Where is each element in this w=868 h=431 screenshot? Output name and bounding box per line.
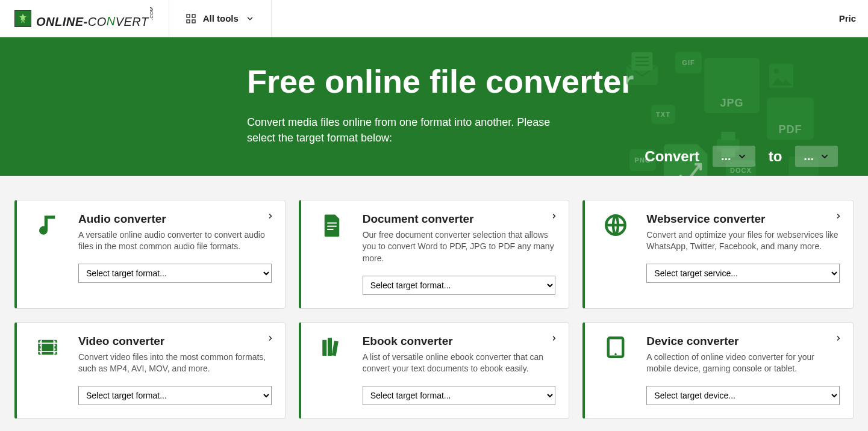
svg-rect-1 xyxy=(187,14,190,17)
chevron-down-icon xyxy=(820,152,829,161)
svg-rect-20 xyxy=(54,352,56,353)
svg-rect-13 xyxy=(40,341,42,343)
svg-rect-16 xyxy=(40,352,42,353)
card-document[interactable]: Document converter Our free document con… xyxy=(299,200,570,309)
card-desc: Convert and optimize your files for webs… xyxy=(646,229,840,253)
card-desc: A versatile online audio converter to co… xyxy=(78,229,272,253)
chevron-right-icon xyxy=(551,211,558,222)
svg-rect-4 xyxy=(192,20,195,23)
card-title: Device converter xyxy=(646,335,840,348)
card-select[interactable]: Select target device... xyxy=(646,386,840,405)
chevron-down-icon xyxy=(246,14,254,23)
hero-subtitle: Convert media files online from one form… xyxy=(247,115,572,145)
svg-rect-23 xyxy=(331,341,338,356)
svg-rect-19 xyxy=(54,348,56,350)
card-desc: A list of versatile online ebook convert… xyxy=(363,352,556,375)
svg-rect-17 xyxy=(54,341,56,343)
logo-mark-icon xyxy=(14,10,31,27)
card-title: Audio converter xyxy=(78,212,272,226)
card-select[interactable]: Select target format... xyxy=(363,386,556,405)
chevron-right-icon xyxy=(267,333,274,344)
top-bar: ONLINE-CONVERT.COM All tools Pric xyxy=(0,0,868,37)
svg-rect-14 xyxy=(40,344,42,346)
card-select[interactable]: Select target format... xyxy=(78,264,272,283)
card-desc: A collection of online video converter f… xyxy=(646,352,840,375)
logo[interactable]: ONLINE-CONVERT.COM xyxy=(0,0,169,37)
convert-label: Convert xyxy=(645,148,699,165)
tablet-icon xyxy=(598,335,633,405)
chevron-right-icon xyxy=(267,211,274,222)
svg-rect-2 xyxy=(192,14,195,17)
svg-rect-22 xyxy=(328,338,332,356)
convert-to-select[interactable]: ... xyxy=(795,146,838,167)
all-tools-label: All tools xyxy=(203,13,239,23)
logo-text: ONLINE-CONVERT.COM xyxy=(36,8,154,29)
card-desc: Our free document converter selection th… xyxy=(363,229,556,265)
card-audio[interactable]: Audio converter A versatile online audio… xyxy=(14,200,286,309)
film-icon xyxy=(30,335,65,405)
svg-rect-3 xyxy=(187,20,190,23)
chevron-right-icon xyxy=(551,333,558,344)
card-grid: Audio converter A versatile online audio… xyxy=(0,176,868,419)
svg-rect-18 xyxy=(54,344,56,346)
card-title: Webservice converter xyxy=(646,212,840,226)
hero: GIF JPG PDF TXT PNG DOCX Free online fil… xyxy=(0,37,868,176)
music-icon xyxy=(30,212,65,295)
svg-rect-15 xyxy=(40,348,42,350)
card-device[interactable]: Device converter A collection of online … xyxy=(582,322,854,419)
card-select[interactable]: Select target format... xyxy=(78,386,272,405)
svg-point-0 xyxy=(22,14,24,16)
chevron-right-icon xyxy=(835,211,842,222)
hero-title: Free online file converter xyxy=(247,64,849,99)
books-icon xyxy=(314,335,349,405)
card-video[interactable]: Video converter Convert video files into… xyxy=(14,322,286,419)
pricing-link[interactable]: Pric xyxy=(839,13,868,23)
svg-rect-21 xyxy=(322,340,326,355)
convert-from-select[interactable]: ... xyxy=(713,146,755,167)
grid-icon xyxy=(186,14,196,23)
to-label: to xyxy=(769,148,782,165)
card-select[interactable]: Select target service... xyxy=(646,264,840,283)
card-desc: Convert video files into the most common… xyxy=(78,352,272,375)
svg-point-25 xyxy=(615,353,617,355)
card-title: Ebook converter xyxy=(363,335,556,348)
chevron-right-icon xyxy=(835,333,842,344)
convert-row: Convert ... to ... xyxy=(645,146,838,167)
document-icon xyxy=(314,212,349,295)
card-title: Video converter xyxy=(78,335,272,348)
all-tools-menu[interactable]: All tools xyxy=(169,0,272,37)
card-title: Document converter xyxy=(363,212,556,226)
card-ebook[interactable]: Ebook converter A list of versatile onli… xyxy=(299,322,570,419)
globe-icon xyxy=(598,212,633,295)
chevron-down-icon xyxy=(737,152,747,161)
card-select[interactable]: Select target format... xyxy=(363,276,556,295)
card-webservice[interactable]: Webservice converter Convert and optimiz… xyxy=(582,200,854,309)
